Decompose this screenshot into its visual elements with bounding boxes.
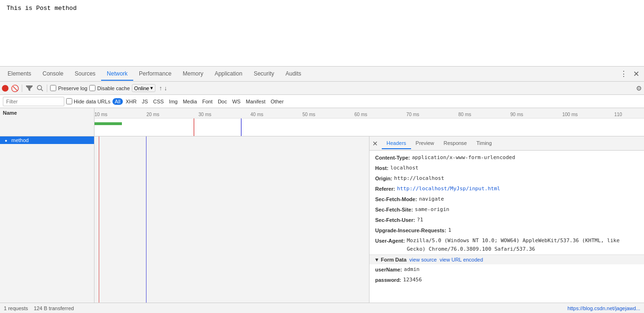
network-main: ● method ✕ Headers Preview Response Timi… xyxy=(0,136,644,303)
details-tab-timing[interactable]: Timing xyxy=(472,138,497,149)
header-sec-fetch-user: Sec-Fetch-User: ?1 xyxy=(369,215,644,225)
tab-network[interactable]: Network xyxy=(101,68,133,81)
network-toolbar: 🚫 Preserve log Disable cache Online ▾ xyxy=(0,82,644,95)
filter-all[interactable]: All xyxy=(112,98,123,105)
request-list: ● method xyxy=(0,136,94,303)
close-details-button[interactable]: ✕ xyxy=(370,139,380,148)
page-content: This is Post method xyxy=(7,5,77,12)
request-icon: ● xyxy=(4,137,9,143)
wf-blue-line xyxy=(146,136,146,303)
header-content-type: Content-Type: application/x-www-form-url… xyxy=(369,152,644,163)
hide-data-urls-label[interactable]: Hide data URLs xyxy=(66,98,111,104)
settings-button[interactable]: ⚙ xyxy=(636,85,642,92)
waterfall-area: 10 ms 20 ms 30 ms 40 ms 50 ms 60 ms 70 m… xyxy=(94,108,644,136)
request-name: method xyxy=(11,137,29,143)
header-referer: Referer: http://localhost/MyJsp/input.ht… xyxy=(369,184,644,194)
tab-elements[interactable]: Elements xyxy=(2,68,37,81)
filter-js[interactable]: JS xyxy=(139,98,150,105)
timeline-section: Name 10 ms 20 ms 30 ms 40 ms 50 ms 60 ms… xyxy=(0,108,644,136)
clear-button[interactable]: 🚫 xyxy=(10,84,19,93)
bytes-transferred: 124 B transferred xyxy=(34,305,74,311)
wf-red-line xyxy=(99,136,99,303)
header-upgrade-insecure: Upgrade-Insecure-Requests: 1 xyxy=(369,225,644,236)
devtools-tab-bar: Elements Console Sources Network Perform… xyxy=(0,67,644,82)
timing-line-red xyxy=(194,118,194,136)
request-row[interactable]: ● method xyxy=(0,136,94,144)
throttle-arrow-icon: ▾ xyxy=(150,85,153,91)
record-button[interactable] xyxy=(2,85,9,92)
form-data-section-header: ▼ Form Data view source view URL encoded xyxy=(369,254,644,264)
upload-icon[interactable]: ↑ xyxy=(159,85,163,92)
search-button[interactable] xyxy=(35,84,44,93)
preserve-log-label[interactable]: Preserve log xyxy=(50,85,87,91)
disable-cache-label[interactable]: Disable cache xyxy=(89,85,130,91)
svg-point-0 xyxy=(37,85,42,90)
download-icon[interactable]: ↓ xyxy=(164,85,167,92)
tab-console[interactable]: Console xyxy=(37,68,69,81)
svg-line-1 xyxy=(41,89,43,91)
throttle-select[interactable]: Online ▾ xyxy=(132,84,155,92)
tab-application[interactable]: Application xyxy=(209,68,248,81)
import-export-area: ↑ ↓ xyxy=(159,85,167,92)
tab-audits[interactable]: Audits xyxy=(280,68,307,81)
svg-text:●: ● xyxy=(5,138,7,143)
details-panel: ✕ Headers Preview Response Timing Conten… xyxy=(369,136,644,303)
filter-button[interactable] xyxy=(25,84,34,93)
filter-type-buttons: All XHR JS CSS Img Media Font Doc WS Man… xyxy=(112,98,286,105)
header-host: Host: localhost xyxy=(369,163,644,173)
preserve-log-checkbox[interactable] xyxy=(50,85,56,91)
details-tab-preview[interactable]: Preview xyxy=(411,138,439,149)
devtools-panel: Elements Console Sources Network Perform… xyxy=(0,66,644,313)
header-sec-fetch-mode: Sec-Fetch-Mode: navigate xyxy=(369,194,644,204)
details-tab-bar: ✕ Headers Preview Response Timing xyxy=(369,136,644,151)
waterfall-spacer xyxy=(94,136,369,303)
filter-manifest[interactable]: Manifest xyxy=(243,98,268,105)
hide-data-urls-checkbox[interactable] xyxy=(66,98,72,104)
timeline-ruler: 10 ms 20 ms 30 ms 40 ms 50 ms 60 ms 70 m… xyxy=(94,108,644,118)
header-sec-fetch-site: Sec-Fetch-Site: same-origin xyxy=(369,204,644,215)
filter-media[interactable]: Media xyxy=(180,98,199,105)
tab-memory[interactable]: Memory xyxy=(177,68,209,81)
tab-sources[interactable]: Sources xyxy=(69,68,101,81)
separator xyxy=(22,85,22,92)
disable-cache-checkbox[interactable] xyxy=(89,85,95,91)
tab-performance[interactable]: Performance xyxy=(133,68,177,81)
timing-line-blue xyxy=(241,118,241,136)
filter-xhr[interactable]: XHR xyxy=(123,98,139,105)
timeline-green-bar xyxy=(94,122,644,125)
filter-ws[interactable]: WS xyxy=(230,98,243,105)
status-bar: 1 requests 124 B transferred https://blo… xyxy=(0,303,644,313)
browser-page: This is Post method xyxy=(0,0,644,66)
form-username: userName: admin xyxy=(369,264,644,275)
more-options-button[interactable]: ⋮ xyxy=(618,68,630,80)
header-origin: Origin: http://localhost xyxy=(369,173,644,184)
details-content[interactable]: Content-Type: application/x-www-form-url… xyxy=(369,151,644,303)
filter-row: Hide data URLs All XHR JS CSS Img Media … xyxy=(0,95,644,108)
request-count: 1 requests xyxy=(4,305,28,311)
form-password: password: 123456 xyxy=(369,275,644,285)
close-devtools-button[interactable]: ✕ xyxy=(630,68,642,80)
header-user-agent: User-Agent: Mozilla/5.0 (Windows NT 10.0… xyxy=(369,236,644,254)
separator2 xyxy=(47,85,47,92)
filter-img[interactable]: Img xyxy=(167,98,180,105)
tab-security[interactable]: Security xyxy=(248,68,280,81)
view-url-encoded-link[interactable]: view URL encoded xyxy=(439,257,483,262)
status-url: https://blog.csdn.net/jagejawd... xyxy=(567,305,640,311)
details-tab-headers[interactable]: Headers xyxy=(382,138,411,149)
details-tab-response[interactable]: Response xyxy=(439,138,472,149)
filter-other[interactable]: Other xyxy=(268,98,286,105)
form-data-toggle[interactable]: ▼ Form Data xyxy=(374,257,406,262)
filter-font[interactable]: Font xyxy=(200,98,215,105)
name-column-header: Name xyxy=(0,108,94,136)
filter-input[interactable] xyxy=(3,97,64,106)
view-source-link[interactable]: view source xyxy=(409,257,437,262)
filter-css[interactable]: CSS xyxy=(151,98,166,105)
filter-doc[interactable]: Doc xyxy=(215,98,230,105)
